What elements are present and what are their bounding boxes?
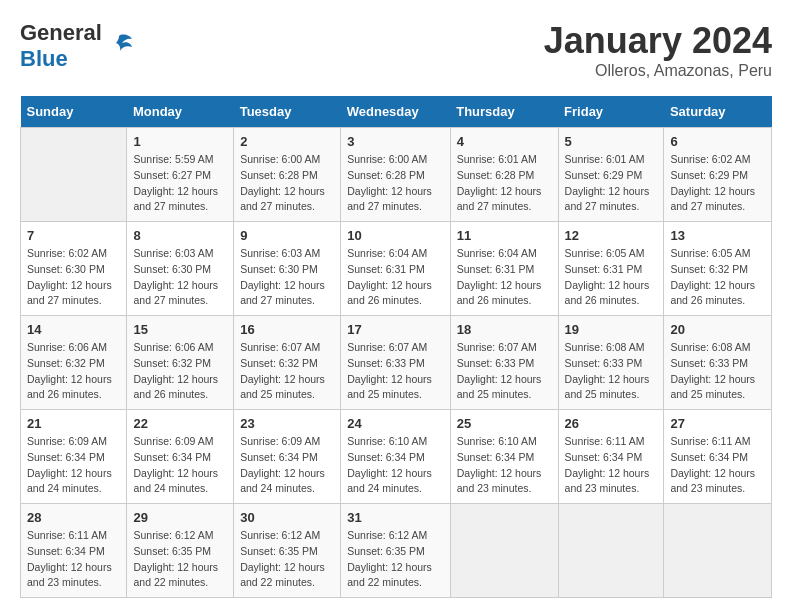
weekday-header: Sunday: [21, 96, 127, 128]
day-detail: Sunrise: 6:10 AMSunset: 6:34 PMDaylight:…: [347, 434, 443, 497]
day-detail: Sunrise: 6:03 AMSunset: 6:30 PMDaylight:…: [133, 246, 227, 309]
calendar-cell: 30Sunrise: 6:12 AMSunset: 6:35 PMDayligh…: [234, 504, 341, 598]
day-number: 21: [27, 416, 120, 431]
day-detail: Sunrise: 6:11 AMSunset: 6:34 PMDaylight:…: [27, 528, 120, 591]
calendar-cell: [21, 128, 127, 222]
day-detail: Sunrise: 5:59 AMSunset: 6:27 PMDaylight:…: [133, 152, 227, 215]
day-detail: Sunrise: 6:01 AMSunset: 6:28 PMDaylight:…: [457, 152, 552, 215]
calendar-cell: 29Sunrise: 6:12 AMSunset: 6:35 PMDayligh…: [127, 504, 234, 598]
day-number: 17: [347, 322, 443, 337]
day-number: 24: [347, 416, 443, 431]
day-number: 10: [347, 228, 443, 243]
calendar-cell: 31Sunrise: 6:12 AMSunset: 6:35 PMDayligh…: [341, 504, 450, 598]
day-number: 28: [27, 510, 120, 525]
title-block: January 2024 Olleros, Amazonas, Peru: [544, 20, 772, 80]
calendar-cell: 8Sunrise: 6:03 AMSunset: 6:30 PMDaylight…: [127, 222, 234, 316]
day-detail: Sunrise: 6:04 AMSunset: 6:31 PMDaylight:…: [457, 246, 552, 309]
calendar-cell: 9Sunrise: 6:03 AMSunset: 6:30 PMDaylight…: [234, 222, 341, 316]
day-number: 8: [133, 228, 227, 243]
day-detail: Sunrise: 6:05 AMSunset: 6:31 PMDaylight:…: [565, 246, 658, 309]
day-number: 15: [133, 322, 227, 337]
weekday-header: Wednesday: [341, 96, 450, 128]
calendar-cell: 18Sunrise: 6:07 AMSunset: 6:33 PMDayligh…: [450, 316, 558, 410]
calendar-cell: 5Sunrise: 6:01 AMSunset: 6:29 PMDaylight…: [558, 128, 664, 222]
day-number: 7: [27, 228, 120, 243]
day-detail: Sunrise: 6:10 AMSunset: 6:34 PMDaylight:…: [457, 434, 552, 497]
day-detail: Sunrise: 6:12 AMSunset: 6:35 PMDaylight:…: [347, 528, 443, 591]
weekday-header: Tuesday: [234, 96, 341, 128]
day-detail: Sunrise: 6:03 AMSunset: 6:30 PMDaylight:…: [240, 246, 334, 309]
day-number: 9: [240, 228, 334, 243]
day-detail: Sunrise: 6:00 AMSunset: 6:28 PMDaylight:…: [347, 152, 443, 215]
calendar-cell: 16Sunrise: 6:07 AMSunset: 6:32 PMDayligh…: [234, 316, 341, 410]
calendar-cell: 25Sunrise: 6:10 AMSunset: 6:34 PMDayligh…: [450, 410, 558, 504]
weekday-header: Saturday: [664, 96, 772, 128]
day-detail: Sunrise: 6:07 AMSunset: 6:33 PMDaylight:…: [347, 340, 443, 403]
day-number: 23: [240, 416, 334, 431]
day-number: 12: [565, 228, 658, 243]
day-detail: Sunrise: 6:12 AMSunset: 6:35 PMDaylight:…: [240, 528, 334, 591]
day-number: 5: [565, 134, 658, 149]
day-number: 1: [133, 134, 227, 149]
day-number: 13: [670, 228, 765, 243]
calendar-week-row: 1Sunrise: 5:59 AMSunset: 6:27 PMDaylight…: [21, 128, 772, 222]
day-number: 29: [133, 510, 227, 525]
logo-general: General: [20, 20, 102, 45]
calendar-cell: 24Sunrise: 6:10 AMSunset: 6:34 PMDayligh…: [341, 410, 450, 504]
day-number: 30: [240, 510, 334, 525]
weekday-header: Monday: [127, 96, 234, 128]
day-number: 22: [133, 416, 227, 431]
calendar-cell: 6Sunrise: 6:02 AMSunset: 6:29 PMDaylight…: [664, 128, 772, 222]
day-detail: Sunrise: 6:11 AMSunset: 6:34 PMDaylight:…: [670, 434, 765, 497]
calendar-table: SundayMondayTuesdayWednesdayThursdayFrid…: [20, 96, 772, 598]
logo-bird-icon: [104, 31, 134, 61]
calendar-week-row: 21Sunrise: 6:09 AMSunset: 6:34 PMDayligh…: [21, 410, 772, 504]
day-number: 25: [457, 416, 552, 431]
calendar-cell: 28Sunrise: 6:11 AMSunset: 6:34 PMDayligh…: [21, 504, 127, 598]
day-number: 27: [670, 416, 765, 431]
day-number: 11: [457, 228, 552, 243]
day-detail: Sunrise: 6:07 AMSunset: 6:33 PMDaylight:…: [457, 340, 552, 403]
main-title: January 2024: [544, 20, 772, 62]
calendar-cell: 23Sunrise: 6:09 AMSunset: 6:34 PMDayligh…: [234, 410, 341, 504]
day-number: 3: [347, 134, 443, 149]
day-detail: Sunrise: 6:04 AMSunset: 6:31 PMDaylight:…: [347, 246, 443, 309]
calendar-cell: 22Sunrise: 6:09 AMSunset: 6:34 PMDayligh…: [127, 410, 234, 504]
day-detail: Sunrise: 6:09 AMSunset: 6:34 PMDaylight:…: [27, 434, 120, 497]
day-number: 6: [670, 134, 765, 149]
calendar-cell: 2Sunrise: 6:00 AMSunset: 6:28 PMDaylight…: [234, 128, 341, 222]
logo: General Blue: [20, 20, 134, 72]
calendar-cell: 19Sunrise: 6:08 AMSunset: 6:33 PMDayligh…: [558, 316, 664, 410]
calendar-cell: 4Sunrise: 6:01 AMSunset: 6:28 PMDaylight…: [450, 128, 558, 222]
calendar-cell: [450, 504, 558, 598]
day-detail: Sunrise: 6:06 AMSunset: 6:32 PMDaylight:…: [27, 340, 120, 403]
calendar-cell: 12Sunrise: 6:05 AMSunset: 6:31 PMDayligh…: [558, 222, 664, 316]
day-number: 2: [240, 134, 334, 149]
calendar-cell: 7Sunrise: 6:02 AMSunset: 6:30 PMDaylight…: [21, 222, 127, 316]
day-number: 26: [565, 416, 658, 431]
calendar-cell: 26Sunrise: 6:11 AMSunset: 6:34 PMDayligh…: [558, 410, 664, 504]
day-number: 4: [457, 134, 552, 149]
day-detail: Sunrise: 6:09 AMSunset: 6:34 PMDaylight:…: [133, 434, 227, 497]
page-header: General Blue January 2024 Olleros, Amazo…: [20, 20, 772, 80]
day-detail: Sunrise: 6:01 AMSunset: 6:29 PMDaylight:…: [565, 152, 658, 215]
day-detail: Sunrise: 6:06 AMSunset: 6:32 PMDaylight:…: [133, 340, 227, 403]
logo-blue: Blue: [20, 46, 68, 71]
day-detail: Sunrise: 6:08 AMSunset: 6:33 PMDaylight:…: [670, 340, 765, 403]
calendar-cell: 1Sunrise: 5:59 AMSunset: 6:27 PMDaylight…: [127, 128, 234, 222]
calendar-cell: 27Sunrise: 6:11 AMSunset: 6:34 PMDayligh…: [664, 410, 772, 504]
calendar-cell: 20Sunrise: 6:08 AMSunset: 6:33 PMDayligh…: [664, 316, 772, 410]
day-number: 31: [347, 510, 443, 525]
calendar-cell: 17Sunrise: 6:07 AMSunset: 6:33 PMDayligh…: [341, 316, 450, 410]
calendar-cell: 13Sunrise: 6:05 AMSunset: 6:32 PMDayligh…: [664, 222, 772, 316]
weekday-header: Friday: [558, 96, 664, 128]
calendar-week-row: 28Sunrise: 6:11 AMSunset: 6:34 PMDayligh…: [21, 504, 772, 598]
calendar-cell: 15Sunrise: 6:06 AMSunset: 6:32 PMDayligh…: [127, 316, 234, 410]
calendar-cell: 21Sunrise: 6:09 AMSunset: 6:34 PMDayligh…: [21, 410, 127, 504]
day-detail: Sunrise: 6:07 AMSunset: 6:32 PMDaylight:…: [240, 340, 334, 403]
logo-text: General Blue: [20, 20, 102, 72]
weekday-header: Thursday: [450, 96, 558, 128]
subtitle: Olleros, Amazonas, Peru: [544, 62, 772, 80]
calendar-header-row: SundayMondayTuesdayWednesdayThursdayFrid…: [21, 96, 772, 128]
day-detail: Sunrise: 6:12 AMSunset: 6:35 PMDaylight:…: [133, 528, 227, 591]
